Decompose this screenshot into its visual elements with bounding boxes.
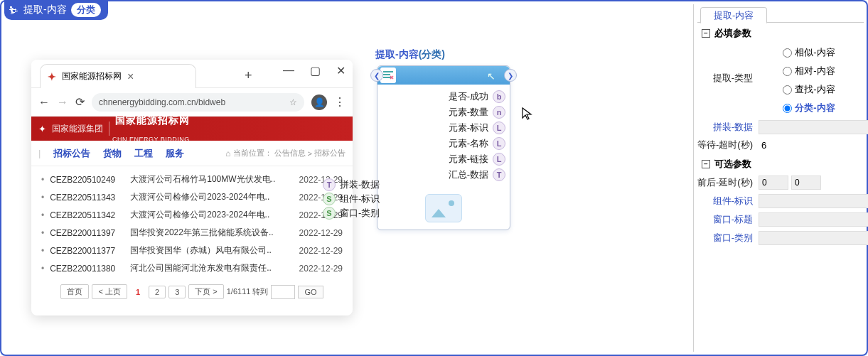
label-component-id[interactable]: 组件-标识: [697, 195, 759, 207]
panel-tab-extract[interactable]: 提取-内容: [700, 7, 767, 23]
node-header[interactable]: ↖ ❮ ❯: [377, 66, 510, 85]
output-port[interactable]: L: [493, 122, 505, 134]
list-item[interactable]: • CEZB220011397 国华投资2022年第三批储能系统设备.. 202…: [41, 224, 343, 242]
node-port-out[interactable]: ❯: [504, 69, 517, 82]
output-port[interactable]: n: [493, 106, 505, 119]
browser-tab[interactable]: ✦ 国家能源招标网 ×: [40, 64, 196, 88]
browser-window: ✦ 国家能源招标网 × + — ▢ ✕ ← → ⟳ chnenergybiddi…: [31, 60, 353, 315]
avatar-icon[interactable]: 👤: [311, 95, 327, 110]
input-delay-before[interactable]: [759, 176, 788, 190]
site-name-cn: 国家能源招标网: [115, 115, 190, 125]
item-date: 2022-12-29: [284, 246, 343, 256]
collapse-icon[interactable]: −: [702, 29, 710, 38]
home-icon[interactable]: ⌂: [225, 149, 230, 158]
input-assemble[interactable]: [759, 120, 868, 134]
input-window-title[interactable]: [759, 212, 868, 227]
list-item[interactable]: • CEZB220510249 大渡河公司石棉竹马100MW光伏发电.. 202…: [41, 171, 343, 188]
node-port-in[interactable]: ❮: [370, 69, 383, 82]
divider: [109, 122, 109, 136]
star-icon[interactable]: ☆: [289, 97, 297, 107]
page-first[interactable]: 首页: [60, 284, 89, 299]
collapse-icon[interactable]: −: [702, 160, 710, 168]
input-port[interactable]: S: [323, 193, 336, 205]
bullet-icon: •: [41, 210, 44, 220]
item-code: CEZB220011380: [50, 264, 124, 274]
radio-option[interactable]: 相似-内容: [783, 46, 835, 59]
page-go-button[interactable]: GO: [298, 286, 323, 298]
radio-label: 分类-内容: [795, 102, 835, 114]
output-port[interactable]: T: [493, 168, 505, 181]
item-title: 国华投资2022年第三批储能系统设备..: [130, 227, 279, 239]
image-placeholder-icon: [425, 194, 462, 222]
page-jump-input[interactable]: [271, 285, 295, 299]
browser-titlebar: ✦ 国家能源招标网 × + — ▢ ✕: [31, 60, 353, 88]
label-assemble[interactable]: 拼装-数据: [697, 121, 759, 134]
site-header: ✦ 国家能源集团 国家能源招标网 CHN ENERGY BIDDING: [31, 117, 353, 141]
radio-option[interactable]: 相对-内容: [783, 65, 835, 77]
radio-input[interactable]: [783, 104, 792, 113]
radio-input[interactable]: [783, 48, 792, 58]
field-component-id: 组件-标识 ✎: [697, 192, 864, 210]
input-port[interactable]: S: [323, 207, 336, 220]
crumb-link-2[interactable]: 招标公告: [314, 148, 345, 158]
reload-icon[interactable]: ⟳: [75, 95, 85, 109]
page-prev[interactable]: < 上页: [92, 284, 127, 299]
minimize-icon[interactable]: —: [283, 64, 294, 77]
field-wait-timeout: 等待-超时(秒) 6: [697, 136, 864, 153]
output-port[interactable]: L: [493, 153, 505, 166]
header-badge: ⛷ 提取-内容 分类: [4, 0, 108, 20]
back-icon[interactable]: ←: [38, 96, 50, 109]
page-info: 1/6111 转到: [227, 286, 269, 297]
item-code: CEZB220011377: [50, 246, 124, 256]
flow-node[interactable]: ↖ ❮ ❯ 是否-成功b元素-数量n元素-标识L元素-名称L元素-链接L汇总-数…: [377, 65, 510, 230]
site-nav: | 招标公告 货物 工程 服务 ⌂ 当前位置： 公告信息 > 招标公告: [31, 141, 353, 166]
output-port[interactable]: L: [493, 137, 505, 150]
item-code: CEZB220510249: [50, 175, 124, 185]
forward-icon[interactable]: →: [57, 96, 68, 109]
output-port[interactable]: b: [493, 90, 505, 103]
tab-close-icon[interactable]: ×: [127, 70, 134, 83]
list-item[interactable]: • CEZB220511343 大渡河公司检修公司2023-2024年电.. 2…: [41, 188, 343, 206]
list-item[interactable]: • CEZB220511342 大渡河公司检修公司2023-2024年电.. 2…: [41, 206, 343, 224]
radio-label: 查找-内容: [795, 83, 835, 96]
label-delay: 前后-延时(秒): [697, 176, 759, 189]
url-field[interactable]: chnenergybidding.com.cn/bidweb ☆: [92, 93, 304, 112]
svg-rect-0: [383, 71, 393, 72]
pagination: 首页 < 上页 1 2 3 下页 > 1/6111 转到 GO: [31, 277, 353, 302]
input-delay-after[interactable]: [791, 176, 821, 190]
item-title: 大渡河公司检修公司2023-2024年电..: [130, 209, 279, 221]
nav-link-goods[interactable]: 货物: [103, 147, 122, 160]
node-output-row: 元素-名称L: [382, 136, 505, 151]
radio-input[interactable]: [783, 85, 792, 95]
radio-option[interactable]: 分类-内容: [783, 102, 835, 114]
radio-input[interactable]: [783, 67, 792, 76]
list-item[interactable]: • CEZB220011377 国华投资国华（赤城）风电有限公司.. 2022-…: [41, 242, 343, 259]
address-bar: ← → ⟳ chnenergybidding.com.cn/bidweb ☆ 👤…: [31, 88, 353, 117]
new-tab-button[interactable]: +: [245, 68, 252, 83]
nav-link-service[interactable]: 服务: [166, 147, 184, 160]
menu-dots-icon[interactable]: ⋮: [334, 95, 345, 109]
item-date: 2022-12-29: [284, 228, 343, 238]
input-component-id[interactable]: [759, 194, 868, 208]
maximize-icon[interactable]: ▢: [310, 64, 321, 77]
list-item[interactable]: • CEZB220011380 河北公司国能河北沧东发电有限责任.. 2022-…: [41, 259, 343, 277]
workspace-root: ⛷ 提取-内容 分类 ✦ 国家能源招标网 × + — ▢ ✕ ← → ⟳ chn…: [0, 0, 868, 356]
node-output-row: 元素-标识L: [382, 120, 505, 136]
nav-link-notice[interactable]: 招标公告: [53, 147, 90, 160]
property-panel: 提取-内容 − 必填参数 提取-类型 相似-内容相对-内容查找-内容分类-内容 …: [697, 4, 864, 352]
label-window-title[interactable]: 窗口-标题: [697, 213, 759, 226]
page-next[interactable]: 下页 >: [188, 284, 223, 299]
input-window-type[interactable]: [759, 231, 868, 245]
page-2[interactable]: 2: [149, 286, 166, 298]
optional-section-header[interactable]: − 可选参数: [697, 153, 864, 173]
label-window-type[interactable]: 窗口-类别: [697, 232, 759, 244]
output-label: 元素-标识: [449, 122, 488, 134]
person-walk-icon: ⛷: [9, 4, 19, 16]
crumb-link-1[interactable]: 公告信息: [274, 148, 306, 158]
page-3[interactable]: 3: [168, 286, 186, 298]
nav-link-engineering[interactable]: 工程: [134, 147, 153, 160]
input-port[interactable]: T: [323, 178, 336, 191]
radio-option[interactable]: 查找-内容: [783, 83, 835, 96]
close-icon[interactable]: ✕: [336, 64, 345, 77]
required-section-header[interactable]: − 必填参数: [697, 23, 864, 43]
